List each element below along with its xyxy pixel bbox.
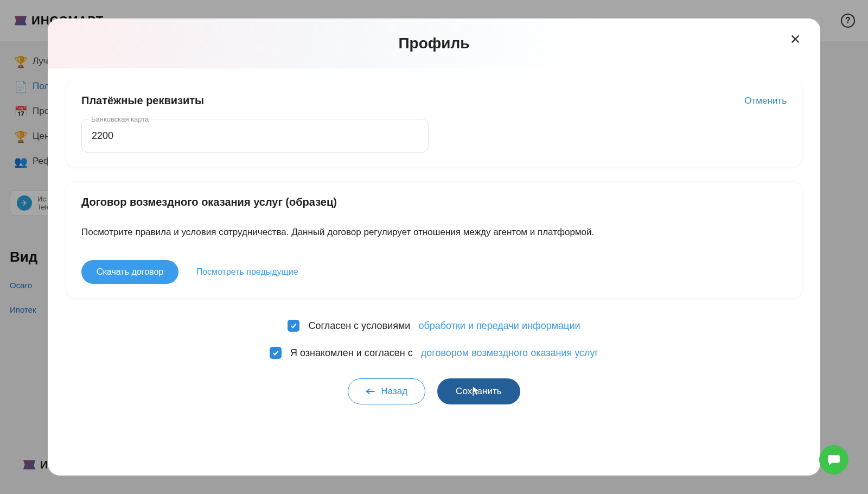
arrow-left-icon — [366, 388, 375, 395]
agree-processing-text: Согласен с условиями — [308, 320, 410, 331]
agree-processing-row: Согласен с условиями обработки и передач… — [288, 320, 580, 332]
cursor-icon — [472, 386, 480, 396]
download-contract-button[interactable]: Скачать договор — [81, 260, 178, 284]
chat-button[interactable] — [819, 445, 848, 474]
check-icon — [290, 322, 297, 330]
payment-card: Платёжные реквизиты Отменить Банковская … — [66, 80, 802, 167]
agree-contract-link[interactable]: договором возмездного оказания услуг — [421, 347, 598, 358]
modal-title: Профиль — [398, 35, 469, 52]
agree-contract-checkbox[interactable] — [270, 347, 282, 359]
view-previous-button[interactable]: Посмотреть предыдущие — [196, 267, 298, 277]
check-icon — [272, 349, 279, 357]
close-icon — [789, 33, 801, 45]
bank-card-input-wrap: Банковская карта — [81, 119, 429, 153]
modal-header: Профиль — [48, 18, 820, 68]
back-button[interactable]: Назад — [348, 378, 425, 404]
cancel-link[interactable]: Отменить — [744, 96, 787, 106]
contract-title: Договор возмездного оказания услуг (обра… — [81, 196, 787, 208]
bank-card-input[interactable] — [81, 119, 429, 153]
back-label: Назад — [381, 386, 407, 397]
agree-contract-text: Я ознакомлен и согласен с — [290, 347, 413, 358]
modal-actions: Назад Сохранить — [66, 378, 802, 404]
bank-card-label: Банковская карта — [89, 115, 151, 123]
payment-title: Платёжные реквизиты — [81, 94, 204, 107]
agree-contract-row: Я ознакомлен и согласен с договором возм… — [270, 347, 598, 359]
modal-body: Платёжные реквизиты Отменить Банковская … — [48, 68, 820, 476]
agreements: Согласен с условиями обработки и передач… — [66, 320, 802, 359]
agree-processing-checkbox[interactable] — [288, 320, 299, 332]
agree-processing-link[interactable]: обработки и передачи информации — [418, 320, 580, 331]
profile-modal: Профиль Платёжные реквизиты Отменить Бан… — [48, 18, 820, 476]
contract-card: Договор возмездного оказания услуг (обра… — [66, 182, 802, 298]
save-button[interactable]: Сохранить — [437, 378, 520, 404]
close-button[interactable] — [786, 29, 805, 49]
contract-desc: Посмотрите правила и условия сотрудничес… — [81, 225, 787, 239]
chat-icon — [827, 453, 841, 467]
